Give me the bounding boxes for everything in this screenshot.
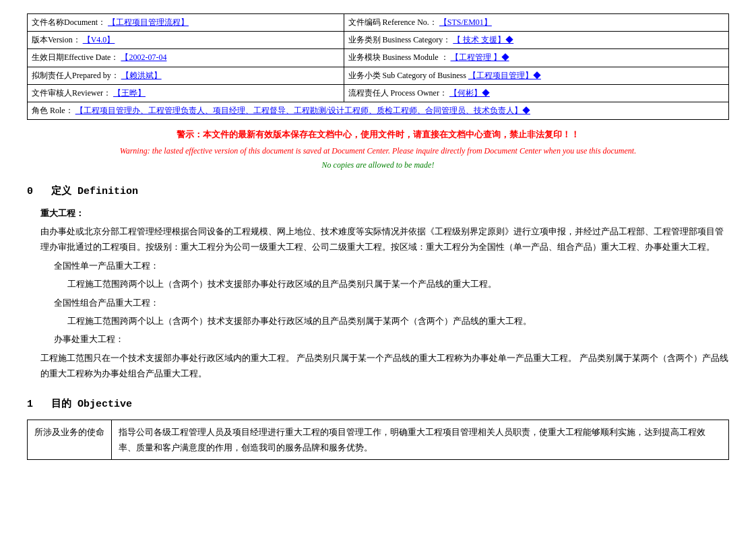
section0-para4-detail: 工程施工范围只在一个技术支援部办事处行政区域内的重大工程。 产品类别只属于某一个… (40, 350, 729, 382)
purpose-label-cell: 所涉及业务的使命 (28, 420, 112, 460)
section0-subtitle: 重大工程： (40, 207, 729, 221)
sub-category-value: 【工程项目管理】◆ (468, 71, 541, 80)
header-row-1: 文件名称Document： 【工程项目管理流程】 文件编码 Reference … (28, 14, 729, 32)
purpose-content-cell: 指导公司各级工程管理人员及项目经理进行重大工程的项目管理工作，明确重大工程项目管… (112, 420, 729, 460)
header-row-5: 文件审核人Reviewer： 【王晔】 流程责任人 Process Owner：… (28, 84, 729, 102)
business-category-cell: 业务类别 Business Category： 【 技术 支援】◆ (344, 32, 728, 49)
header-row-6: 角色 Role： 【工程项目管理办、工程管理负责人、项目经理、工程督导、工程勘测… (28, 102, 729, 119)
section0-para2-detail: 工程施工范围跨两个以上（含两个）技术支援部办事处行政区域的且产品类别只属于某一个… (67, 276, 729, 292)
warning-note: No copies are allowed to be made! (27, 159, 729, 172)
effective-date-value: 【2002-07-04 (121, 53, 166, 62)
section0-title: 0 定义 Definition (27, 184, 729, 200)
ref-no-cell: 文件编码 Reference No.： 【STS/EM01】 (344, 14, 728, 32)
version-value: 【V4.0】 (83, 35, 115, 44)
purpose-row: 所涉及业务的使命 指导公司各级工程管理人员及项目经理进行重大工程的项目管理工作，… (28, 420, 729, 460)
purpose-table: 所涉及业务的使命 指导公司各级工程管理人员及项目经理进行重大工程的项目管理工作，… (27, 420, 729, 461)
sub-category-cell: 业务小类 Sub Category of Business 【工程项目管理】◆ (344, 67, 728, 84)
version-cell: 版本Version： 【V4.0】 (28, 32, 344, 49)
header-row-2: 版本Version： 【V4.0】 业务类别 Business Category… (28, 32, 729, 49)
business-module-cell: 业务模块 Business Module ： 【工程管理 】◆ (344, 49, 728, 67)
prepared-by-value: 【赖洪斌】 (121, 71, 162, 80)
reviewer-value: 【王晔】 (113, 88, 146, 98)
reviewer-label: 文件审核人Reviewer： (32, 88, 111, 98)
prepared-by-cell: 拟制责任人Prepared by： 【赖洪斌】 (28, 67, 344, 84)
reviewer-cell: 文件审核人Reviewer： 【王晔】 (28, 84, 344, 102)
effective-date-label: 生效日期Effective Date： (32, 53, 119, 62)
section0-para1: 由办事处或北京分部工程管理经理根据合同设备的工程规模、网上地位、技术难度等实际情… (40, 224, 729, 255)
version-label: 版本Version： (32, 35, 81, 44)
section1-title: 1 目的 Objective (27, 397, 729, 413)
role-label: 角色 Role： (32, 106, 73, 115)
doc-name-label: 文件名称Document： (32, 18, 106, 27)
header-row-3: 生效日期Effective Date： 【2002-07-04 业务模块 Bus… (28, 49, 729, 67)
doc-name-cell: 文件名称Document： 【工程项目管理流程】 (28, 14, 344, 32)
effective-date-cell: 生效日期Effective Date： 【2002-07-04 (28, 49, 344, 67)
process-owner-label: 流程责任人 Process Owner： (348, 88, 447, 98)
process-owner-cell: 流程责任人 Process Owner： 【何彬】◆ (344, 84, 728, 102)
business-module-label: 业务模块 Business Module ： (348, 53, 449, 62)
section0-para3-detail: 工程施工范围跨两个以上（含两个）技术支援部办事处行政区域的且产品类别属于某两个（… (67, 313, 729, 329)
section0-para3-title: 全国性组合产品重大工程： (54, 295, 729, 310)
prepared-by-label: 拟制责任人Prepared by： (32, 71, 119, 80)
warning-english: Warning: the lasted effective version of… (27, 145, 729, 158)
business-module-value: 【工程管理 】◆ (451, 53, 509, 62)
header-row-4: 拟制责任人Prepared by： 【赖洪斌】 业务小类 Sub Categor… (28, 67, 729, 84)
business-category-label: 业务类别 Business Category： (348, 35, 451, 44)
ref-no-label: 文件编码 Reference No.： (348, 18, 437, 27)
sub-category-label: 业务小类 Sub Category of Business (348, 71, 466, 80)
warning-chinese: 警示：本文件的最新有效版本保存在文档中心，使用文件时，请直接在文档中心查询，禁止… (27, 128, 729, 142)
role-value: 【工程项目管理办、工程管理负责人、项目经理、工程督导、工程勘测/设计工程师、质检… (75, 106, 530, 115)
business-category-value: 【 技术 支援】◆ (453, 35, 513, 44)
section0-para4-title: 办事处重大工程： (54, 331, 729, 347)
ref-no-value: 【STS/EM01】 (439, 18, 492, 27)
header-table: 文件名称Document： 【工程项目管理流程】 文件编码 Reference … (27, 13, 729, 120)
role-cell: 角色 Role： 【工程项目管理办、工程管理负责人、项目经理、工程督导、工程勘测… (28, 102, 729, 119)
doc-name-value: 【工程项目管理流程】 (108, 18, 189, 27)
section0-para2-title: 全国性单一产品重大工程： (54, 258, 729, 273)
process-owner-value: 【何彬】◆ (449, 88, 490, 98)
warning-block: 警示：本文件的最新有效版本保存在文档中心，使用文件时，请直接在文档中心查询，禁止… (27, 128, 729, 172)
